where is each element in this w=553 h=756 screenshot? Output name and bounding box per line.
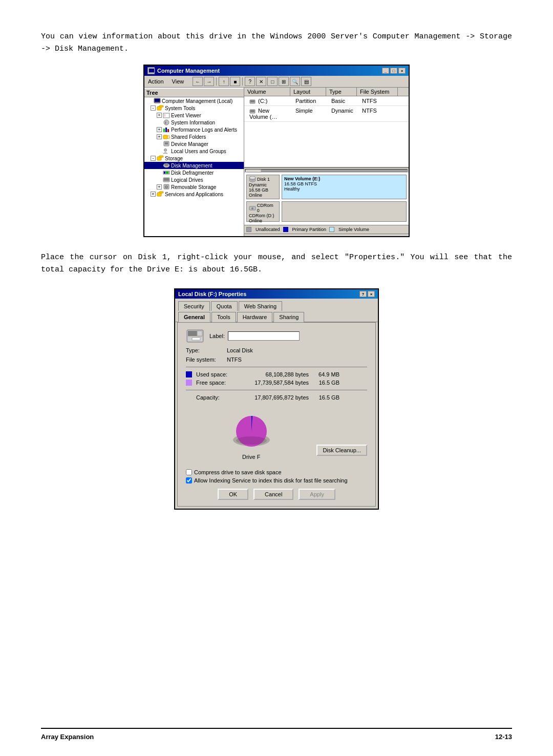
cm-tree-shared-folders[interactable]: + Shared Folders — [144, 133, 244, 140]
cm-stop-btn[interactable]: ■ — [230, 77, 240, 86]
svg-point-40 — [251, 207, 253, 209]
props-ok-btn[interactable]: OK — [218, 489, 248, 500]
cm-right-panel: Volume Layout Type File System (C:) — [244, 88, 409, 236]
cm-cdrom0: CDRom 0 CDRom (D:) Online — [246, 201, 407, 223]
cm-back-btn[interactable]: ← — [193, 77, 203, 86]
props-used-row: Used space: 68,108,288 bytes 64.9 MB — [186, 371, 367, 377]
cm-disk1-status: Online — [249, 193, 277, 198]
cm-maximize-btn[interactable]: □ — [390, 68, 397, 74]
svg-point-38 — [249, 176, 256, 179]
footer-left: Array Expansion — [41, 733, 94, 741]
tab-sharing[interactable]: Sharing — [273, 312, 304, 322]
svg-rect-23 — [164, 172, 165, 174]
cm-expand-system-tools[interactable]: - — [151, 106, 156, 111]
cm-menu-action[interactable]: Action — [146, 78, 165, 85]
props-used-bytes: 68,108,288 bytes — [242, 371, 309, 377]
tab-web-sharing[interactable]: Web Sharing — [239, 301, 282, 311]
tab-hardware[interactable]: Hardware — [237, 312, 273, 322]
props-checkbox2-row: Allow Indexing Service to index this dis… — [186, 477, 367, 484]
cm-close-btn[interactable]: × — [398, 68, 406, 74]
cm-disk1: Disk 1 Dynamic 16.58 GB Online New Volum… — [246, 175, 407, 199]
cm-minimize-btn[interactable]: _ — [382, 68, 389, 74]
props-chart-cleanup: Drive F Disk Cleanup... — [186, 406, 367, 466]
svg-text:!: ! — [164, 114, 165, 117]
cm-tree-system-tools[interactable]: - System Tools — [144, 104, 244, 112]
cm-expand-removable[interactable]: + — [157, 184, 162, 190]
svg-rect-19 — [159, 156, 163, 157]
cm-disk1-partition[interactable]: New Volume (E:) 16.58 GB NTFS Healthy — [282, 175, 407, 199]
cm-cdrom0-drive: CDRom (D:) — [249, 213, 277, 218]
props-help-btn[interactable]: ? — [359, 291, 367, 297]
props-capacity-bytes: 17,807,695,872 bytes — [242, 394, 309, 401]
props-capacity-human: 16.5 GB — [309, 394, 339, 401]
cm-tree-local-users[interactable]: Local Users and Groups — [144, 148, 244, 155]
cm-tree-disk-management[interactable]: Disk Management — [144, 162, 244, 169]
props-label-input[interactable] — [228, 331, 300, 341]
cm-tree-disk-defragmenter[interactable]: Disk Defragmenter — [144, 169, 244, 176]
svg-rect-1 — [149, 69, 154, 72]
cm-tree-logical-drives[interactable]: Logical Drives — [144, 176, 244, 183]
cm-cdrom0-name: CDRom 0 — [257, 203, 277, 213]
cm-title-left: Computer Management — [147, 67, 220, 74]
cm-status-bar — [244, 234, 409, 236]
tab-quota[interactable]: Quota — [211, 301, 238, 311]
props-fs-value: NTFS — [227, 356, 242, 363]
footer-right: 12-13 — [495, 733, 512, 741]
vol-volume-2: New Volume (… — [246, 107, 292, 120]
cm-disk1-type: Dynamic — [249, 182, 277, 187]
props-close-btn[interactable]: × — [368, 291, 375, 297]
cm-expand-perf-logs[interactable]: + — [157, 127, 162, 132]
cm-expand-storage[interactable]: - — [151, 156, 156, 161]
cm-cut-btn[interactable]: ✕ — [256, 77, 266, 86]
tab-security[interactable]: Security — [178, 301, 210, 311]
cm-scrollbar-thumb[interactable] — [246, 170, 261, 173]
cm-tree-event-viewer[interactable]: + ! Event Viewer — [144, 112, 244, 119]
cm-tree-device-manager[interactable]: Device Manager — [144, 140, 244, 148]
props-capacity-label: Capacity: — [196, 394, 242, 401]
page-footer: Array Expansion 12-13 — [41, 728, 512, 741]
props-index-checkbox[interactable] — [186, 477, 192, 484]
props-type-label: Type: — [186, 347, 227, 353]
legend-simple-label: Simple Volume — [338, 227, 369, 232]
cm-search-btn[interactable]: 🔍 — [290, 77, 300, 86]
cm-expand-shared-folders[interactable]: + — [157, 134, 162, 139]
svg-rect-45 — [192, 338, 200, 340]
cm-menu-view[interactable]: View — [171, 78, 186, 85]
cm-expand-event-viewer[interactable]: + — [157, 113, 162, 118]
cm-scrollbar-track[interactable] — [245, 169, 408, 172]
cm-tree-root[interactable]: Computer Management (Local) — [144, 97, 244, 104]
props-tabs-row2: General Tools Hardware Sharing — [175, 310, 378, 322]
cm-tree-services-apps[interactable]: + Services and Applications — [144, 191, 244, 198]
props-drive-icon — [186, 329, 204, 343]
props-cancel-btn[interactable]: Cancel — [253, 489, 293, 500]
svg-rect-14 — [163, 135, 167, 139]
cm-tree-perf-logs[interactable]: + Performance Logs and Alerts — [144, 126, 244, 133]
cm-scrollbar-h[interactable] — [244, 167, 409, 173]
props-apply-btn[interactable]: Apply — [299, 489, 335, 500]
props-compress-checkbox[interactable] — [186, 469, 192, 475]
props-drive-label: Drive F — [242, 454, 260, 460]
cm-forward-btn[interactable]: → — [204, 77, 214, 86]
svg-rect-31 — [159, 192, 163, 193]
svg-point-9 — [164, 120, 169, 125]
props-cleanup-btn[interactable]: Disk Cleanup... — [316, 445, 367, 456]
cm-up-btn[interactable]: ↑ — [219, 77, 229, 86]
table-row[interactable]: New Volume (… Simple Dynamic NTFS — [244, 106, 409, 122]
cm-tree-system-info[interactable]: i System Information — [144, 119, 244, 126]
cm-view-btn[interactable]: ▤ — [301, 77, 311, 86]
cm-app-icon — [147, 67, 155, 74]
svg-rect-43 — [197, 331, 202, 336]
cm-help-btn[interactable]: ? — [245, 77, 255, 86]
cm-tree-removable-storage[interactable]: + Removable Storage — [144, 183, 244, 191]
svg-rect-13 — [167, 129, 169, 132]
cm-tree-panel: Tree Computer Management (Local) - — [144, 88, 244, 236]
cm-tree-storage[interactable]: - Storage — [144, 155, 244, 162]
cm-expand-services[interactable]: + — [151, 192, 156, 197]
table-row[interactable]: (C:) Partition Basic NTFS — [244, 96, 409, 106]
tab-tools[interactable]: Tools — [211, 312, 236, 322]
cm-paste-btn[interactable]: ⊞ — [279, 77, 289, 86]
svg-rect-24 — [166, 172, 168, 174]
tab-general[interactable]: General — [178, 312, 210, 322]
cm-copy-btn[interactable]: □ — [267, 77, 278, 86]
vol-type-1: Basic — [328, 97, 359, 104]
